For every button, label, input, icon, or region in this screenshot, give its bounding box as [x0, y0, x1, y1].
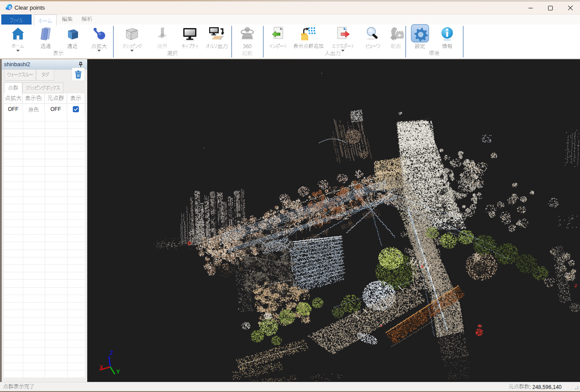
- svg-text:p: p: [9, 4, 11, 10]
